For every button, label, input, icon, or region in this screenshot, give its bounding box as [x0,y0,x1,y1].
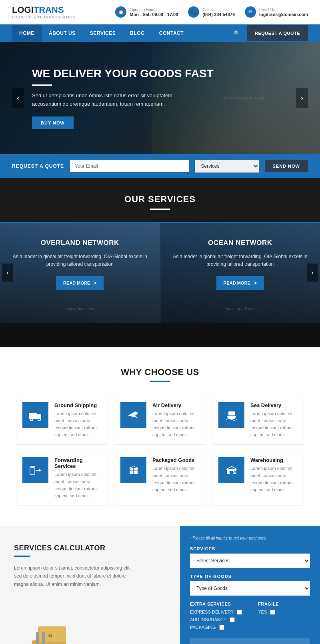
package-icon [120,457,146,483]
phone-icon: 📞 [188,6,199,18]
insurance-checkbox[interactable] [230,617,235,622]
extra-services-col: EXTRA SERVICES EXPRESS DELIVERY ADD INSU… [190,602,242,632]
calculator-services-select[interactable]: Select Services. [190,554,310,568]
svg-rect-32 [36,632,39,644]
hero-prev-arrow[interactable]: ‹ [12,88,24,108]
call-value: (064) 234 54876 [202,12,235,17]
svg-point-5 [38,419,40,420]
buy-now-button[interactable]: BUY NOW [32,116,74,129]
fragile-yes-row: YES [258,610,279,615]
watermark-ocean: bootstrapmb.com [225,307,256,311]
quote-email-input[interactable] [70,160,188,172]
email-contact: ✉ Email Us logitrans@domain.com [245,6,308,18]
services-section: OUR SERVICES OVERLAND NETWORK As a leade… [0,178,320,347]
service-overland-text: As a leader in global air freight forwar… [12,253,148,268]
clock-icon: ⏰ [115,6,126,18]
main-nav: HOME ABOUT US SERVICES BLOG CONTACT 🔍 RE… [0,24,320,42]
top-contacts: ⏰ Opening Hours Mon - Sat: 09.00 - 17.00… [115,6,308,18]
why-card-packaged-title: Packaged Goods [152,457,200,463]
service-card-overland-content: OVERLAND NETWORK As a leader in global a… [0,223,160,306]
extra-services-label: EXTRA SERVICES [190,602,242,606]
why-card-warehousing-title: Warehousing [250,457,298,463]
svg-marker-10 [39,469,41,472]
why-divider [150,381,170,382]
search-icon[interactable]: 🔍 [227,24,247,42]
why-title: WHY CHOOSE US [16,367,304,377]
quote-services-select[interactable]: Services [195,160,259,173]
nav-links: HOME ABOUT US SERVICES BLOG CONTACT [12,25,227,42]
hero-section: ‹ WE DELIVER YOUR GOODS FAST Sed ut pers… [0,42,320,154]
plane-icon [120,402,146,428]
why-card-air: Air Delivery Lorem ipsum dolor sit amet,… [114,396,206,445]
services-prev-arrow[interactable]: ‹ [2,263,13,281]
request-quote-nav-button[interactable]: REQUEST A QUOTE [247,25,308,41]
service-card-ocean: OCEAN NETWORK As a leader in global air … [160,223,320,323]
opening-value: Mon - Sat: 09.00 - 17.00 [130,12,178,17]
calculator-goods-label: TYPE OF GOODS [190,574,310,579]
svg-rect-17 [231,469,232,471]
calculator-title: SERVICES CALCULATOR [14,544,166,552]
fragile-label: FRAGILE [258,602,279,606]
why-card-warehousing-text: Lorem ipsum dolor sit amet, consec adip … [250,465,298,493]
why-section: WHY CHOOSE US Ground Shipping Lorem ipsu… [0,347,320,526]
fragile-yes-checkbox[interactable] [270,610,275,615]
call-label: Call Us [202,8,235,12]
insurance-row: ADD INSURANCE [190,617,242,622]
why-card-forwarding: Forwarding Services Lorem ipsum dolor si… [16,451,108,506]
nav-home[interactable]: HOME [12,25,42,42]
forwarding-icon [22,457,48,483]
calculator-total: TOTAL PRICE = $ [190,638,310,644]
packaging-checkbox[interactable] [219,625,224,630]
services-bottom-bar [0,323,320,347]
calculator-extras-row: EXTRA SERVICES EXPRESS DELIVERY ADD INSU… [190,602,310,632]
svg-text:♻: ♻ [48,632,53,638]
why-card-ground-title: Ground Shipping [54,402,102,408]
express-delivery-label: EXPRESS DELIVERY [190,610,234,614]
email-value: logitrans@domain.com [259,12,308,17]
service-card-ocean-content: OCEAN NETWORK As a leader in global air … [160,223,320,306]
quote-bar-label: REQUEST A QUOTE [12,163,64,169]
email-icon: ✉ [245,6,256,18]
hero-divider [32,84,52,86]
svg-rect-16 [230,471,233,474]
why-card-forwarding-text: Lorem ipsum dolor sit amet, consec adip … [54,471,102,499]
services-title: OUR SERVICES [0,194,320,205]
read-more-ocean-button[interactable]: READ MORE > [216,276,264,290]
opening-hours: ⏰ Opening Hours Mon - Sat: 09.00 - 17.00 [115,6,178,18]
nav-about[interactable]: ABOUT US [42,25,83,42]
calculator-left: SERVICES CALCULATOR Lorem ipsum dolor si… [0,526,180,644]
svg-rect-0 [29,413,37,419]
svg-point-3 [31,419,32,420]
ship-icon [218,402,244,428]
warehouse-icon: STORAGE [218,457,244,483]
service-ocean-text: As a leader in global air freight forwar… [172,253,308,268]
service-card-overland: OVERLAND NETWORK As a leader in global a… [0,223,160,323]
calculator-right: * Please fill all inquiry to get your to… [180,526,320,644]
calculator-goods-select[interactable]: Type of Goods [190,581,310,596]
send-now-button[interactable]: SEND NOW [265,160,308,172]
why-card-sea-text: Lorem ipsum dolor sit amet, consec adip … [250,410,298,438]
nav-contact[interactable]: CONTACT [152,25,191,42]
nav-services[interactable]: SERVICES [83,25,123,42]
express-delivery-row: EXPRESS DELIVERY [190,610,242,615]
hero-next-arrow[interactable]: › [296,88,308,108]
arrow-right-icon: > [93,280,96,286]
why-card-packaged: Packaged Goods Lorem ipsum dolor sit ame… [114,451,206,506]
calculator-note: * Please fill all inquiry to get your to… [190,536,310,540]
why-card-air-text: Lorem ipsum dolor sit amet, consec adip … [152,410,200,438]
why-card-packaged-text: Lorem ipsum dolor sit amet, consec adip … [152,465,200,493]
nav-blog[interactable]: BLOG [123,25,152,42]
truck-icon [22,402,48,428]
services-slider: OVERLAND NETWORK As a leader in global a… [0,222,320,323]
svg-rect-33 [42,632,45,644]
why-card-air-title: Air Delivery [152,402,200,408]
logo-tagline: LOGISTIC & TRANSPORTATION [12,15,76,19]
logo-text: LOGITRANS [12,5,76,15]
service-overland-title: OVERLAND NETWORK [12,239,148,247]
insurance-label: ADD INSURANCE [190,617,226,622]
read-more-overland-button[interactable]: READ MORE > [56,276,104,290]
services-cards-wrapper: OVERLAND NETWORK As a leader in global a… [0,222,320,323]
express-delivery-checkbox[interactable] [237,610,242,615]
watermark-overland: bootstrapmb.com [64,307,95,311]
services-next-arrow[interactable]: › [307,263,318,281]
